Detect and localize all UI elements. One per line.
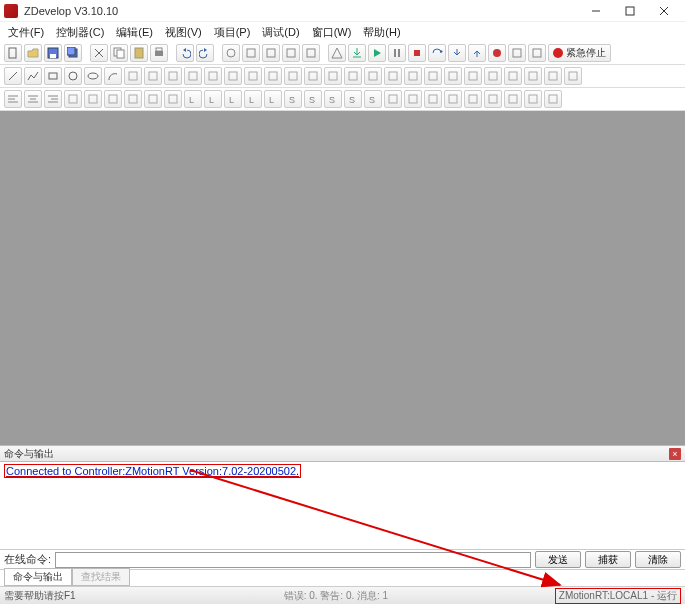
line-icon[interactable]	[4, 67, 22, 85]
circle-icon[interactable]	[64, 67, 82, 85]
menu-help[interactable]: 帮助(H)	[359, 23, 404, 42]
align-icon[interactable]	[144, 90, 162, 108]
shape-icon[interactable]	[304, 67, 322, 85]
align-icon[interactable]	[464, 90, 482, 108]
tool-icon[interactable]	[222, 44, 240, 62]
tool-icon[interactable]	[262, 44, 280, 62]
align-icon[interactable]: S	[284, 90, 302, 108]
shape-icon[interactable]	[204, 67, 222, 85]
align-icon[interactable]: L	[224, 90, 242, 108]
align-icon[interactable]	[44, 90, 62, 108]
send-button[interactable]: 发送	[535, 551, 581, 568]
align-icon[interactable]: S	[324, 90, 342, 108]
align-icon[interactable]	[164, 90, 182, 108]
online-command-input[interactable]	[55, 552, 531, 568]
close-button[interactable]	[647, 1, 681, 21]
shape-icon[interactable]	[364, 67, 382, 85]
tool-icon[interactable]	[242, 44, 260, 62]
new-file-icon[interactable]	[4, 44, 22, 62]
align-icon[interactable]	[424, 90, 442, 108]
shape-icon[interactable]	[484, 67, 502, 85]
align-icon[interactable]: S	[344, 90, 362, 108]
align-icon[interactable]	[384, 90, 402, 108]
save-icon[interactable]	[44, 44, 62, 62]
ellipse-icon[interactable]	[84, 67, 102, 85]
shape-icon[interactable]	[124, 67, 142, 85]
align-icon[interactable]	[24, 90, 42, 108]
tool-icon[interactable]	[282, 44, 300, 62]
shape-icon[interactable]	[564, 67, 582, 85]
emergency-stop-button[interactable]: 紧急停止	[548, 44, 611, 62]
align-icon[interactable]	[484, 90, 502, 108]
shape-icon[interactable]	[244, 67, 262, 85]
step-into-icon[interactable]	[448, 44, 466, 62]
tab-find-results[interactable]: 查找结果	[72, 568, 130, 586]
shape-icon[interactable]	[184, 67, 202, 85]
menu-window[interactable]: 窗口(W)	[308, 23, 356, 42]
cut-icon[interactable]	[90, 44, 108, 62]
shape-icon[interactable]	[284, 67, 302, 85]
output-panel-body[interactable]: Connected to Controller:ZMotionRT Versio…	[0, 462, 685, 550]
run-icon[interactable]	[368, 44, 386, 62]
arc-icon[interactable]	[104, 67, 122, 85]
step-out-icon[interactable]	[468, 44, 486, 62]
shape-icon[interactable]	[464, 67, 482, 85]
shape-icon[interactable]	[164, 67, 182, 85]
copy-icon[interactable]	[110, 44, 128, 62]
tool-icon[interactable]	[302, 44, 320, 62]
align-icon[interactable]	[104, 90, 122, 108]
align-icon[interactable]: L	[204, 90, 222, 108]
shape-icon[interactable]	[144, 67, 162, 85]
tool-icon[interactable]	[528, 44, 546, 62]
shape-icon[interactable]	[504, 67, 522, 85]
polyline-icon[interactable]	[24, 67, 42, 85]
align-icon[interactable]	[124, 90, 142, 108]
align-icon[interactable]	[64, 90, 82, 108]
menu-debug[interactable]: 调试(D)	[258, 23, 303, 42]
shape-icon[interactable]	[264, 67, 282, 85]
align-icon[interactable]: S	[364, 90, 382, 108]
paste-icon[interactable]	[130, 44, 148, 62]
shape-icon[interactable]	[324, 67, 342, 85]
open-icon[interactable]	[24, 44, 42, 62]
menu-edit[interactable]: 编辑(E)	[112, 23, 157, 42]
align-icon[interactable]	[444, 90, 462, 108]
align-icon[interactable]	[84, 90, 102, 108]
capture-button[interactable]: 捕获	[585, 551, 631, 568]
tool-icon[interactable]	[508, 44, 526, 62]
rect-icon[interactable]	[44, 67, 62, 85]
maximize-button[interactable]	[613, 1, 647, 21]
menu-controller[interactable]: 控制器(C)	[52, 23, 108, 42]
shape-icon[interactable]	[544, 67, 562, 85]
breakpoint-icon[interactable]	[488, 44, 506, 62]
save-all-icon[interactable]	[64, 44, 82, 62]
align-icon[interactable]: S	[304, 90, 322, 108]
shape-icon[interactable]	[424, 67, 442, 85]
shape-icon[interactable]	[444, 67, 462, 85]
editor-area[interactable]	[0, 111, 685, 445]
undo-icon[interactable]	[176, 44, 194, 62]
step-over-icon[interactable]	[428, 44, 446, 62]
align-icon[interactable]	[544, 90, 562, 108]
menu-file[interactable]: 文件(F)	[4, 23, 48, 42]
download-icon[interactable]	[348, 44, 366, 62]
tab-cmd-output[interactable]: 命令与输出	[4, 568, 72, 586]
print-icon[interactable]	[150, 44, 168, 62]
redo-icon[interactable]	[196, 44, 214, 62]
shape-icon[interactable]	[344, 67, 362, 85]
shape-icon[interactable]	[524, 67, 542, 85]
clear-button[interactable]: 清除	[635, 551, 681, 568]
align-icon[interactable]: L	[244, 90, 262, 108]
close-panel-icon[interactable]: ×	[669, 448, 681, 460]
pause-icon[interactable]	[388, 44, 406, 62]
align-icon[interactable]: L	[264, 90, 282, 108]
shape-icon[interactable]	[404, 67, 422, 85]
align-icon[interactable]	[504, 90, 522, 108]
shape-icon[interactable]	[224, 67, 242, 85]
menu-project[interactable]: 项目(P)	[210, 23, 255, 42]
shape-icon[interactable]	[384, 67, 402, 85]
menu-view[interactable]: 视图(V)	[161, 23, 206, 42]
align-icon[interactable]: L	[184, 90, 202, 108]
minimize-button[interactable]	[579, 1, 613, 21]
align-icon[interactable]	[4, 90, 22, 108]
